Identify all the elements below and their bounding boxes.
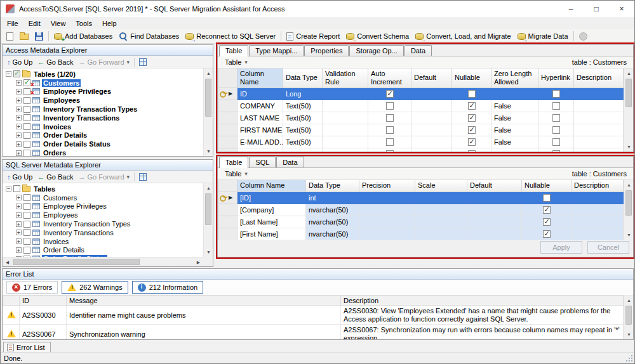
- grid-row-job-title[interactable]: JOB TITLE Text(50) False: [218, 148, 624, 152]
- checkbox[interactable]: [23, 212, 30, 219]
- scroll-down-icon[interactable]: ▼: [204, 247, 213, 257]
- cell-validation-rule[interactable]: [323, 148, 368, 152]
- scroll-right-icon[interactable]: ▶: [194, 257, 203, 267]
- reconnect-sql-button[interactable]: Reconnect to SQL Server: [182, 31, 279, 41]
- tree-item-tables-root[interactable]: − Tables (1/20): [3, 70, 203, 79]
- checkbox[interactable]: [23, 88, 30, 95]
- table-dropdown-button[interactable]: Table▾: [222, 58, 251, 67]
- cell-description[interactable]: [574, 88, 624, 100]
- expand-icon[interactable]: +: [16, 107, 22, 112]
- hyperlink-checkbox[interactable]: [552, 90, 560, 98]
- grid-row-first-name[interactable]: FIRST NAME Text(50) False: [218, 124, 624, 136]
- scroll-down-icon[interactable]: ▼: [624, 142, 634, 152]
- convert-schema-button[interactable]: Convert Schema: [343, 31, 412, 41]
- auto-increment-checkbox[interactable]: [386, 90, 394, 98]
- column-header[interactable]: Default: [411, 68, 452, 88]
- column-header[interactable]: Description: [574, 68, 624, 88]
- access-grid-scrollbar[interactable]: ▲ ▼: [624, 68, 633, 152]
- cell-precision[interactable]: [359, 204, 415, 216]
- tree-item-order-details[interactable]: + Order Details: [3, 246, 203, 255]
- save-button[interactable]: [32, 31, 46, 42]
- menu-file[interactable]: File: [2, 18, 23, 29]
- cell-default[interactable]: [411, 148, 452, 152]
- expand-icon[interactable]: +: [16, 204, 22, 209]
- cell-data-type[interactable]: int: [306, 192, 359, 204]
- cell-default[interactable]: [467, 204, 522, 216]
- cell-scale[interactable]: [415, 216, 467, 228]
- cell-data-type[interactable]: nvarchar(50): [306, 216, 359, 228]
- auto-increment-checkbox[interactable]: [386, 138, 394, 146]
- cell-description[interactable]: [572, 216, 624, 228]
- access-tree-scrollbar[interactable]: ▲ ▼: [203, 68, 213, 156]
- cell-default[interactable]: [411, 88, 452, 100]
- column-header[interactable]: Zero Length Allowed: [491, 68, 538, 88]
- cell-column-name[interactable]: [First Name]: [237, 228, 306, 240]
- grid-row-last-name[interactable]: [Last Name] nvarchar(50): [218, 216, 624, 228]
- cell-data-type[interactable]: Text(50): [283, 136, 323, 148]
- cell-precision[interactable]: [359, 228, 415, 240]
- nullable-checkbox[interactable]: [543, 218, 551, 226]
- sync-view-button[interactable]: [137, 172, 149, 181]
- menu-help[interactable]: Help: [97, 18, 122, 29]
- checkbox[interactable]: [23, 247, 30, 254]
- column-header[interactable]: Nullable: [452, 68, 491, 88]
- cell-zero-length[interactable]: False: [491, 124, 538, 136]
- add-databases-button[interactable]: Add Databases: [51, 31, 116, 41]
- scrollbar-thumb[interactable]: [13, 259, 140, 265]
- nullable-checkbox[interactable]: [468, 90, 476, 98]
- column-header[interactable]: Column Name: [237, 180, 306, 192]
- cell-column-name[interactable]: [Last Name]: [237, 216, 306, 228]
- cancel-button[interactable]: Cancel: [587, 241, 629, 254]
- cell-scale[interactable]: [415, 204, 467, 216]
- checkbox[interactable]: [23, 123, 30, 130]
- go-back-button[interactable]: ←Go Back: [35, 172, 76, 181]
- column-header[interactable]: Validation Rule: [323, 68, 368, 88]
- hyperlink-checkbox[interactable]: [552, 150, 560, 152]
- convert-load-migrate-button[interactable]: Convert, Load, and Migrate: [412, 31, 514, 41]
- column-header[interactable]: Data Type: [283, 68, 323, 88]
- sql-tree-hscrollbar[interactable]: ◀ ▶: [3, 257, 203, 266]
- cell-validation-rule[interactable]: [323, 124, 368, 136]
- sync-view-button[interactable]: [137, 58, 149, 67]
- expand-icon[interactable]: +: [16, 141, 22, 147]
- tree-item-order-details-status[interactable]: + Order Details Status: [3, 140, 203, 148]
- scroll-up-icon[interactable]: ▲: [624, 180, 634, 190]
- tree-item-tables-root[interactable]: − Tables: [3, 185, 203, 193]
- menu-view[interactable]: View: [46, 18, 71, 29]
- auto-increment-checkbox[interactable]: [386, 102, 394, 110]
- nullable-checkbox[interactable]: [468, 150, 476, 152]
- scroll-down-icon[interactable]: ▼: [624, 230, 634, 240]
- cell-scale[interactable]: [415, 228, 467, 240]
- tab-table[interactable]: Table: [219, 45, 248, 56]
- minimize-button[interactable]: –: [558, 1, 584, 17]
- table-dropdown-button[interactable]: Table▾: [222, 169, 251, 178]
- sql-tree-scrollbar[interactable]: ▲ ▼: [203, 183, 213, 257]
- nullable-checkbox[interactable]: [468, 102, 476, 110]
- cell-zero-length[interactable]: [491, 88, 538, 100]
- maximize-button[interactable]: □: [584, 1, 609, 17]
- cell-validation-rule[interactable]: [323, 100, 368, 112]
- cell-column-name[interactable]: [ID]: [237, 192, 306, 204]
- grid-row-company[interactable]: [Company] nvarchar(50): [218, 204, 624, 216]
- cell-validation-rule[interactable]: [323, 88, 368, 100]
- errors-filter-button[interactable]: 17 Errors: [6, 281, 58, 294]
- cell-zero-length[interactable]: False: [491, 136, 538, 148]
- expand-icon[interactable]: +: [16, 115, 22, 120]
- sql-grid-scrollbar[interactable]: ▲ ▼: [624, 180, 633, 240]
- checkbox[interactable]: [23, 238, 30, 245]
- tree-item-inventory-transaction-types[interactable]: + Inventory Transaction Types: [3, 219, 203, 228]
- cell-data-type[interactable]: nvarchar(50): [306, 204, 359, 216]
- scrollbar-thumb[interactable]: [205, 193, 211, 225]
- checkbox[interactable]: [23, 132, 30, 139]
- expand-icon[interactable]: +: [16, 89, 22, 94]
- tab-data[interactable]: Data: [404, 45, 432, 56]
- create-report-button[interactable]: Create Report: [283, 31, 343, 42]
- cell-column-name[interactable]: COMPANY: [237, 100, 283, 112]
- cell-zero-length[interactable]: False: [491, 100, 538, 112]
- cell-default[interactable]: [411, 100, 452, 112]
- cell-description[interactable]: [572, 204, 624, 216]
- expand-icon[interactable]: +: [16, 133, 22, 138]
- column-header[interactable]: Column Name: [237, 68, 283, 88]
- cell-description[interactable]: [574, 112, 624, 124]
- cell-description[interactable]: [574, 136, 624, 148]
